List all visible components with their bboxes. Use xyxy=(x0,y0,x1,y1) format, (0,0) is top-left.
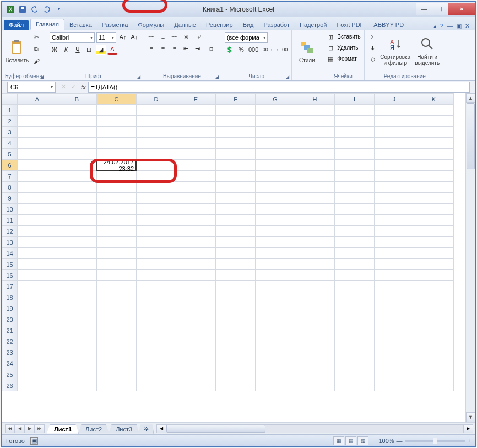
cell-H20[interactable] xyxy=(295,314,335,325)
cell-D21[interactable] xyxy=(137,325,176,336)
copy-icon[interactable]: ⧉ xyxy=(31,44,41,54)
row-head-6[interactable]: 6 xyxy=(2,160,18,171)
cell-I21[interactable] xyxy=(335,325,375,336)
hscroll-track[interactable] xyxy=(166,424,463,433)
cell-G19[interactable] xyxy=(256,303,295,314)
cell-B17[interactable] xyxy=(57,281,97,292)
new-sheet-icon[interactable]: ✲ xyxy=(139,424,154,434)
cell-C18[interactable] xyxy=(97,292,137,303)
cell-K2[interactable] xyxy=(414,116,454,127)
cell-G21[interactable] xyxy=(256,325,295,336)
cell-J5[interactable] xyxy=(375,149,414,160)
cell-H25[interactable] xyxy=(295,369,335,380)
row-head-19[interactable]: 19 xyxy=(2,303,18,314)
cell-E1[interactable] xyxy=(176,105,216,116)
cell-C5[interactable] xyxy=(97,149,137,160)
sheet-tab-2[interactable]: Лист2 xyxy=(78,424,109,434)
cell-B5[interactable] xyxy=(57,149,97,160)
cell-K19[interactable] xyxy=(414,303,454,314)
cell-K12[interactable] xyxy=(414,226,454,237)
redo-icon[interactable] xyxy=(42,5,51,14)
undo-icon[interactable] xyxy=(30,5,39,14)
cell-E20[interactable] xyxy=(176,314,216,325)
cell-E25[interactable] xyxy=(176,369,216,380)
cell-C24[interactable] xyxy=(97,358,137,369)
scroll-down-icon[interactable]: ▼ xyxy=(466,412,475,422)
cell-J13[interactable] xyxy=(375,237,414,248)
cell-A15[interactable] xyxy=(18,259,57,270)
increase-indent-icon[interactable]: ⇥ xyxy=(193,44,203,53)
cell-A14[interactable] xyxy=(18,248,57,259)
cell-E10[interactable] xyxy=(176,204,216,215)
cell-E3[interactable] xyxy=(176,127,216,138)
cell-C8[interactable] xyxy=(97,182,137,193)
qat-dropdown-icon[interactable]: ▾ xyxy=(55,5,63,14)
increase-decimal-icon[interactable]: .00→ xyxy=(261,45,274,55)
cell-E13[interactable] xyxy=(176,237,216,248)
vscroll-track[interactable] xyxy=(466,103,475,412)
clear-icon[interactable]: ◇ xyxy=(368,54,378,64)
row-head-14[interactable]: 14 xyxy=(2,248,18,259)
cell-A8[interactable] xyxy=(18,182,57,193)
col-head-F[interactable]: F xyxy=(216,94,256,105)
cell-D17[interactable] xyxy=(137,281,176,292)
prev-sheet-icon[interactable]: ◀ xyxy=(15,424,25,433)
cell-D19[interactable] xyxy=(137,303,176,314)
dialog-launcher-icon[interactable]: ◢ xyxy=(137,74,140,79)
cell-I16[interactable] xyxy=(335,270,375,281)
cell-D20[interactable] xyxy=(137,314,176,325)
cell-F3[interactable] xyxy=(216,127,256,138)
cell-F18[interactable] xyxy=(216,292,256,303)
col-head-K[interactable]: K xyxy=(414,94,454,105)
col-head-E[interactable]: E xyxy=(176,94,216,105)
maximize-button[interactable]: 口 xyxy=(432,3,448,15)
cell-A24[interactable] xyxy=(18,358,57,369)
cell-K3[interactable] xyxy=(414,127,454,138)
cell-K10[interactable] xyxy=(414,204,454,215)
decrease-font-icon[interactable]: A↓ xyxy=(129,32,139,42)
cell-G18[interactable] xyxy=(256,292,295,303)
cell-C23[interactable] xyxy=(97,347,137,358)
cell-B13[interactable] xyxy=(57,237,97,248)
row-head-1[interactable]: 1 xyxy=(2,105,18,116)
cell-A10[interactable] xyxy=(18,204,57,215)
zoom-slider-knob[interactable] xyxy=(433,438,437,444)
cell-E24[interactable] xyxy=(176,358,216,369)
normal-view-icon[interactable]: ▦ xyxy=(333,436,344,445)
cell-I20[interactable] xyxy=(335,314,375,325)
cell-B22[interactable] xyxy=(57,336,97,347)
cell-A26[interactable] xyxy=(18,380,57,391)
cell-G17[interactable] xyxy=(256,281,295,292)
vertical-scrollbar[interactable]: ▲ ▼ xyxy=(465,93,475,422)
next-sheet-icon[interactable]: ▶ xyxy=(25,424,35,433)
cell-K26[interactable] xyxy=(414,380,454,391)
cell-A23[interactable] xyxy=(18,347,57,358)
tab-foxit[interactable]: Foxit PDF xyxy=(332,20,368,30)
cell-K13[interactable] xyxy=(414,237,454,248)
cell-G12[interactable] xyxy=(256,226,295,237)
font-name-combo[interactable]: Calibri xyxy=(50,32,95,43)
cell-E26[interactable] xyxy=(176,380,216,391)
cell-H3[interactable] xyxy=(295,127,335,138)
cell-A20[interactable] xyxy=(18,314,57,325)
currency-icon[interactable]: 💲 xyxy=(225,45,235,55)
cell-I17[interactable] xyxy=(335,281,375,292)
cell-B19[interactable] xyxy=(57,303,97,314)
cell-K5[interactable] xyxy=(414,149,454,160)
cell-B14[interactable] xyxy=(57,248,97,259)
col-head-H[interactable]: H xyxy=(295,94,335,105)
zoom-out-icon[interactable]: — xyxy=(397,438,403,444)
cell-H16[interactable] xyxy=(295,270,335,281)
cell-D7[interactable] xyxy=(137,171,176,182)
format-cells-icon[interactable]: ▦ xyxy=(326,54,335,64)
cell-I9[interactable] xyxy=(335,193,375,204)
align-middle-icon[interactable]: ≡ xyxy=(158,32,168,42)
cell-H7[interactable] xyxy=(295,171,335,182)
cell-A17[interactable] xyxy=(18,281,57,292)
cell-G5[interactable] xyxy=(256,149,295,160)
cell-A5[interactable] xyxy=(18,149,57,160)
cell-C10[interactable] xyxy=(97,204,137,215)
cell-D15[interactable] xyxy=(137,259,176,270)
cell-J21[interactable] xyxy=(375,325,414,336)
cell-H22[interactable] xyxy=(295,336,335,347)
